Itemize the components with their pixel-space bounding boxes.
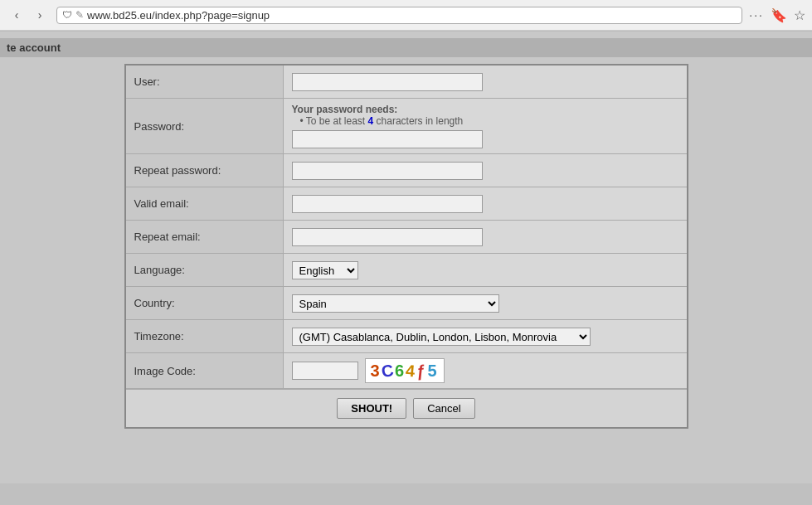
browser-chrome: ‹ › 🛡 ✎ ··· 🔖 ☆ [0, 0, 812, 32]
user-input-cell [284, 66, 687, 98]
repeat-password-input[interactable] [292, 162, 483, 180]
browser-nav-icons: ‹ › [7, 5, 50, 25]
bookmark-icon[interactable]: 🔖 [771, 7, 787, 23]
cancel-button[interactable]: Cancel [413, 398, 474, 419]
timezone-input-cell: (GMT) Casablanca, Dublin, London, Lisbon… [284, 320, 687, 352]
password-hint: Your password needs: To be at least 4 ch… [292, 104, 464, 127]
timezone-label: Timezone: [126, 320, 284, 352]
timezone-row: Timezone: (GMT) Casablanca, Dublin, Lond… [126, 320, 687, 353]
repeat-password-row: Repeat password: [126, 154, 687, 187]
shout-button[interactable]: SHOUT! [337, 398, 406, 419]
image-code-label: Image Code: [126, 353, 284, 388]
valid-email-input[interactable] [292, 195, 483, 213]
star-icon[interactable]: ☆ [794, 7, 805, 23]
repeat-email-label: Repeat email: [126, 221, 284, 253]
language-row: Language: English Spanish French German … [126, 254, 687, 287]
password-input-cell: Your password needs: To be at least 4 ch… [284, 99, 687, 153]
valid-email-input-cell [284, 187, 687, 220]
address-bar-container[interactable]: 🛡 ✎ [56, 7, 742, 24]
captcha-char-2: C [380, 360, 396, 381]
captcha-char-5: ƒ [416, 361, 428, 381]
valid-email-row: Valid email: [126, 187, 687, 221]
user-row: User: [126, 66, 687, 99]
captcha-container: 3C64ƒ5 [292, 358, 445, 383]
repeat-email-input[interactable] [292, 228, 483, 246]
password-label: Password: [126, 99, 284, 153]
image-code-input-cell: 3C64ƒ5 [284, 353, 687, 388]
shield-icon: 🛡 [62, 9, 72, 21]
browser-right-icons: ··· 🔖 ☆ [749, 7, 805, 23]
language-label: Language: [126, 254, 284, 286]
repeat-password-input-cell [284, 154, 687, 187]
forward-button[interactable]: › [30, 5, 50, 25]
address-bar[interactable] [87, 9, 737, 22]
browser-toolbar: ‹ › 🛡 ✎ ··· 🔖 ☆ [0, 0, 812, 31]
country-input-cell: Spain United States United Kingdom Franc… [284, 287, 687, 319]
buttons-row: SHOUT! Cancel [126, 389, 687, 427]
captcha-char-6: 5 [427, 362, 438, 381]
edit-icon: ✎ [75, 9, 84, 21]
captcha-input[interactable] [292, 362, 358, 380]
page-content: te account User: Password: Your password… [0, 32, 812, 483]
user-label: User: [126, 66, 284, 98]
password-row: Password: Your password needs: To be at … [126, 99, 687, 154]
repeat-email-input-cell [284, 221, 687, 253]
back-button[interactable]: ‹ [7, 5, 27, 25]
country-select[interactable]: Spain United States United Kingdom Franc… [292, 294, 499, 313]
repeat-password-label: Repeat password: [126, 154, 284, 187]
country-label: Country: [126, 287, 284, 319]
language-input-cell: English Spanish French German Italian [284, 254, 687, 286]
country-row: Country: Spain United States United King… [126, 287, 687, 320]
timezone-select[interactable]: (GMT) Casablanca, Dublin, London, Lisbon… [292, 328, 591, 346]
language-select[interactable]: English Spanish French German Italian [292, 261, 358, 279]
signup-form: User: Password: Your password needs: To … [124, 64, 688, 429]
password-input[interactable] [292, 130, 483, 148]
repeat-email-row: Repeat email: [126, 221, 687, 254]
user-input[interactable] [292, 73, 483, 91]
more-options-icon[interactable]: ··· [749, 8, 764, 22]
image-code-row: Image Code: 3C64ƒ5 [126, 353, 687, 389]
captcha-image: 3C64ƒ5 [365, 358, 445, 383]
valid-email-label: Valid email: [126, 187, 284, 220]
password-hint-item: To be at least 4 characters in length [300, 115, 464, 127]
page-title: te account [7, 41, 61, 54]
page-title-bar: te account [0, 38, 812, 57]
